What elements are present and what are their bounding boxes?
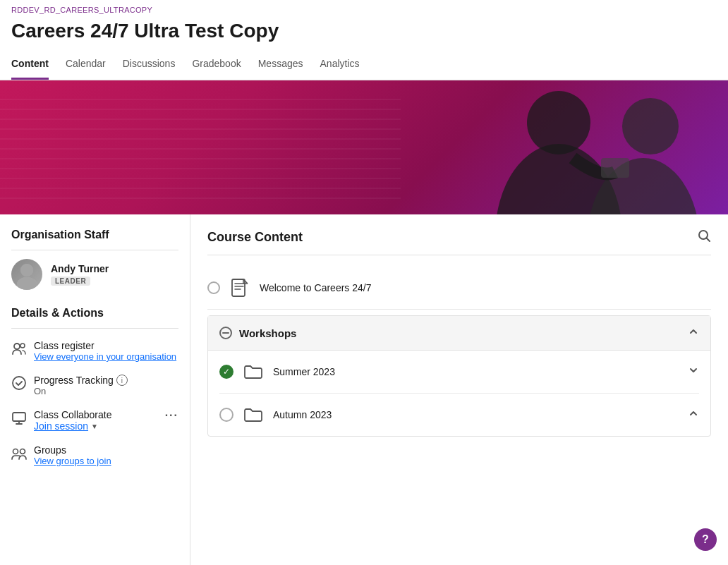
collaborate-left: Class Collaborate Join session ▼ — [11, 409, 112, 432]
avatar — [11, 259, 42, 290]
tab-analytics[interactable]: Analytics — [320, 51, 360, 80]
workshop-item-autumn[interactable]: Autumn 2023 — [219, 394, 699, 436]
autumn-folder-icon — [242, 403, 265, 426]
org-staff-title: Organisation Staff — [11, 229, 178, 250]
tab-calendar[interactable]: Calendar — [66, 51, 106, 80]
svg-point-7 — [20, 264, 33, 277]
svg-rect-12 — [13, 413, 25, 421]
content-header: Course Content — [207, 229, 711, 255]
collaborate-label: Class Collaborate — [34, 409, 112, 420]
class-register-label: Class register — [34, 340, 176, 351]
view-organisation-link[interactable]: View everyone in your organisation — [34, 351, 176, 362]
hero-keyboard-decoration — [0, 95, 401, 207]
workshop-item-summer[interactable]: ✓ Summer 2023 — [219, 351, 699, 394]
svg-rect-4 — [601, 158, 629, 178]
svg-point-3 — [622, 98, 679, 154]
workshop-header: Workshops — [208, 316, 710, 351]
svg-point-10 — [20, 344, 25, 348]
join-session-link[interactable]: Join session — [34, 420, 88, 432]
welcome-label: Welcome to Careers 24/7 — [260, 282, 711, 293]
nav-tabs: Content Calendar Discussions Gradebook M… — [0, 51, 728, 80]
svg-point-11 — [13, 377, 25, 389]
tab-content[interactable]: Content — [11, 51, 49, 80]
tab-gradebook[interactable]: Gradebook — [192, 51, 241, 80]
course-item-welcome[interactable]: Welcome to Careers 24/7 — [207, 267, 711, 310]
summer-check-icon: ✓ — [219, 365, 233, 379]
welcome-doc-icon — [229, 277, 251, 299]
action-progress-tracking: Progress Tracking i On — [11, 375, 178, 396]
progress-tracking-icon — [11, 375, 27, 391]
main-layout: Organisation Staff Andy Turner LEADER — [0, 214, 728, 565]
search-button[interactable] — [697, 229, 711, 246]
hero-people-illustration — [361, 80, 728, 214]
class-register-icon — [11, 341, 27, 356]
svg-point-1 — [527, 91, 590, 154]
staff-name: Andy Turner — [51, 263, 109, 274]
avatar-image — [11, 259, 42, 290]
collaborate-content: Class Collaborate Join session ▼ — [34, 409, 112, 432]
tab-messages[interactable]: Messages — [258, 51, 303, 80]
workshop-expand-button[interactable] — [688, 326, 699, 340]
help-button[interactable]: ? — [694, 528, 717, 551]
class-register-content: Class register View everyone in your org… — [34, 340, 176, 362]
content-title: Course Content — [207, 230, 303, 245]
collaborate-more-menu[interactable]: ··· — [165, 409, 178, 422]
progress-tracking-label: Progress Tracking i — [34, 375, 128, 386]
view-groups-link[interactable]: View groups to join — [34, 456, 111, 466]
workshop-body: ✓ Summer 2023 — [208, 351, 710, 436]
summer-expand-button[interactable] — [688, 365, 699, 379]
welcome-radio — [207, 281, 220, 294]
summer-label: Summer 2023 — [273, 366, 679, 377]
groups-content: Groups View groups to join — [34, 444, 111, 466]
action-groups: Groups View groups to join — [11, 444, 178, 466]
workshop-collapse-icon — [219, 327, 232, 339]
tab-discussions[interactable]: Discussions — [123, 51, 176, 80]
groups-label: Groups — [34, 444, 111, 456]
details-actions-title: Details & Actions — [11, 307, 178, 329]
staff-badge: LEADER — [51, 277, 90, 286]
join-session-dropdown[interactable]: ▼ — [91, 423, 98, 430]
course-title: Careers 24/7 Ultra Test Copy — [0, 17, 728, 51]
workshop-section: Workshops ✓ Summer 202 — [207, 315, 711, 437]
sidebar: Organisation Staff Andy Turner LEADER — [0, 214, 190, 565]
groups-icon — [11, 445, 27, 461]
content-area: Course Content Welcome to Careers 24/7 — [190, 214, 728, 565]
svg-point-9 — [14, 344, 20, 349]
action-class-collaborate: Class Collaborate Join session ▼ ··· — [11, 409, 178, 432]
svg-point-8 — [17, 277, 37, 290]
progress-tracking-content: Progress Tracking i On — [34, 375, 128, 396]
autumn-label: Autumn 2023 — [273, 409, 679, 420]
svg-point-13 — [13, 449, 18, 454]
staff-info: Andy Turner LEADER — [51, 263, 109, 286]
action-class-register: Class register View everyone in your org… — [11, 340, 178, 362]
workshop-header-left: Workshops — [219, 327, 296, 339]
autumn-expand-button[interactable] — [688, 408, 699, 422]
breadcrumb: RDDEV_RD_CAREERS_ULTRACOPY — [0, 0, 728, 17]
hero-banner — [0, 80, 728, 214]
summer-folder-icon — [242, 360, 265, 383]
staff-member: Andy Turner LEADER — [11, 259, 178, 290]
progress-tracking-status: On — [34, 386, 128, 396]
progress-info-icon[interactable]: i — [116, 375, 128, 386]
collaborate-icon — [11, 410, 27, 425]
autumn-radio — [219, 408, 233, 422]
workshop-title: Workshops — [239, 327, 296, 339]
svg-point-14 — [20, 449, 25, 454]
